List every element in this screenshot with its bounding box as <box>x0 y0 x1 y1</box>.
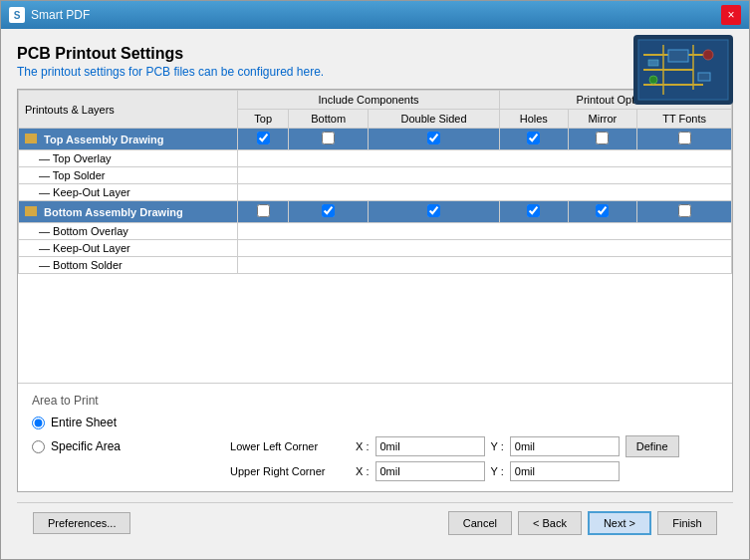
checkbox-top-assembly-holes[interactable] <box>527 132 540 144</box>
bottom-assembly-double-check[interactable] <box>369 201 500 223</box>
x1-label: X : <box>356 440 369 452</box>
upper-right-row: Upper Right Corner X : Y : <box>230 461 679 481</box>
specific-area-radio-row: Specific Area <box>32 439 121 453</box>
folder-icon-bottom <box>25 206 37 216</box>
checkbox-top-assembly-mirror[interactable] <box>596 132 609 144</box>
header-section: PCB Printout Settings The printout setti… <box>17 45 733 79</box>
specific-area-radio[interactable] <box>32 440 45 453</box>
col-group-printouts: Printouts & Layers <box>19 91 238 129</box>
top-assembly-bottom-check[interactable] <box>289 129 369 150</box>
group-label-top-assembly: Top Assembly Drawing <box>44 134 163 145</box>
col-group-components: Include Components <box>238 91 500 110</box>
group-row-bottom-assembly: Bottom Assembly Drawing <box>19 201 732 223</box>
child-row-bottom-solder: — Bottom Solder <box>19 257 732 274</box>
child-row-top-solder: — Top Solder <box>19 167 732 184</box>
svg-rect-8 <box>648 60 658 66</box>
child-row-top-overlay: — Top Overlay <box>19 150 732 167</box>
child-name-top-overlay: — Top Overlay <box>19 150 238 167</box>
group-label-bottom-assembly: Bottom Assembly Drawing <box>44 206 183 218</box>
main-panel: Printouts & Layers Include Components Pr… <box>17 89 733 492</box>
child-name-bottom-solder: — Bottom Solder <box>19 257 238 274</box>
back-button[interactable]: < Back <box>518 511 582 535</box>
checkbox-bottom-assembly-bottom[interactable] <box>322 204 335 217</box>
child-row-bottom-overlay: — Bottom Overlay <box>19 223 732 240</box>
bottom-assembly-mirror-check[interactable] <box>568 201 637 223</box>
window-title: Smart PDF <box>31 8 90 22</box>
checkbox-top-assembly-bottom[interactable] <box>322 132 335 144</box>
top-assembly-mirror-check[interactable] <box>568 129 637 150</box>
y2-input[interactable] <box>510 461 620 481</box>
checkbox-bottom-assembly-double[interactable] <box>427 204 440 217</box>
define-button[interactable]: Define <box>625 435 679 457</box>
child-row-keepout-bottom: — Keep-Out Layer <box>19 240 732 257</box>
app-icon: S <box>9 7 25 23</box>
svg-rect-7 <box>668 50 688 62</box>
nav-buttons: Cancel < Back Next > Finish <box>448 511 717 535</box>
y1-label: Y : <box>491 440 504 452</box>
page-subtitle: The printout settings for PCB files can … <box>17 65 733 79</box>
svg-rect-9 <box>698 73 710 81</box>
svg-point-11 <box>649 76 657 84</box>
x1-input[interactable] <box>375 436 485 456</box>
entire-sheet-label: Entire Sheet <box>51 416 117 429</box>
bottom-assembly-top-check[interactable] <box>238 201 289 223</box>
page-title: PCB Printout Settings <box>17 45 733 63</box>
y1-input[interactable] <box>510 436 620 456</box>
col-bottom: Bottom <box>289 110 369 129</box>
title-bar-left: S Smart PDF <box>9 7 90 23</box>
content-area: PCB Printout Settings The printout setti… <box>1 29 749 559</box>
checkbox-top-assembly-double[interactable] <box>427 132 440 144</box>
pcb-image <box>633 35 733 105</box>
upper-right-label: Upper Right Corner <box>230 465 350 477</box>
col-tt-fonts: TT Fonts <box>637 110 732 129</box>
child-name-top-solder: — Top Solder <box>19 167 238 184</box>
col-holes: Holes <box>500 110 569 129</box>
x2-input[interactable] <box>375 461 485 481</box>
entire-sheet-radio[interactable] <box>32 417 45 429</box>
bottom-assembly-bottom-check[interactable] <box>289 201 369 223</box>
child-row-keepout-top: — Keep-Out Layer <box>19 184 732 201</box>
group-name-bottom-assembly: Bottom Assembly Drawing <box>19 201 238 223</box>
child-name-bottom-overlay: — Bottom Overlay <box>19 223 238 240</box>
checkbox-bottom-assembly-holes[interactable] <box>527 204 540 217</box>
checkbox-top-assembly-ttfonts[interactable] <box>678 132 691 144</box>
smart-pdf-window: S Smart PDF × <box>0 0 750 560</box>
coord-inputs: Lower Left Corner X : Y : Define Upper R… <box>130 435 679 481</box>
y2-label: Y : <box>491 465 504 477</box>
preferences-button[interactable]: Preferences... <box>33 512 130 534</box>
child-name-keepout-bottom: — Keep-Out Layer <box>19 240 238 257</box>
area-section: Area to Print Entire Sheet Specific Area… <box>18 383 732 491</box>
top-assembly-top-check[interactable] <box>238 129 289 150</box>
finish-button[interactable]: Finish <box>657 511 717 535</box>
x2-label: X : <box>356 465 369 477</box>
next-button[interactable]: Next > <box>588 511 651 535</box>
cancel-button[interactable]: Cancel <box>448 511 512 535</box>
area-title: Area to Print <box>32 394 718 408</box>
folder-icon-top <box>25 134 37 143</box>
bottom-assembly-ttfonts-check[interactable] <box>637 201 732 223</box>
printout-table: Printouts & Layers Include Components Pr… <box>18 90 732 274</box>
specific-area-label: Specific Area <box>51 439 121 453</box>
svg-point-10 <box>703 50 713 60</box>
checkbox-bottom-assembly-ttfonts[interactable] <box>678 204 691 217</box>
footer-section: Preferences... Cancel < Back Next > Fini… <box>17 502 733 543</box>
col-double-sided: Double Sided <box>369 110 500 129</box>
lower-left-row: Lower Left Corner X : Y : Define <box>230 435 679 457</box>
col-mirror: Mirror <box>568 110 637 129</box>
child-name-keepout-top: — Keep-Out Layer <box>19 184 238 201</box>
checkbox-bottom-assembly-mirror[interactable] <box>596 204 609 217</box>
group-row-top-assembly: Top Assembly Drawing <box>19 129 732 150</box>
table-section: Printouts & Layers Include Components Pr… <box>18 90 732 383</box>
group-name-top-assembly: Top Assembly Drawing <box>19 129 238 150</box>
title-bar: S Smart PDF × <box>1 1 749 29</box>
entire-sheet-row: Entire Sheet <box>32 416 718 429</box>
top-assembly-ttfonts-check[interactable] <box>637 129 732 150</box>
top-assembly-holes-check[interactable] <box>500 129 569 150</box>
lower-left-label: Lower Left Corner <box>230 440 350 452</box>
close-button[interactable]: × <box>721 5 741 25</box>
top-assembly-double-check[interactable] <box>369 129 500 150</box>
bottom-assembly-holes-check[interactable] <box>500 201 569 223</box>
col-top: Top <box>238 110 289 129</box>
checkbox-top-assembly-top[interactable] <box>257 132 270 144</box>
checkbox-bottom-assembly-top[interactable] <box>257 204 270 217</box>
